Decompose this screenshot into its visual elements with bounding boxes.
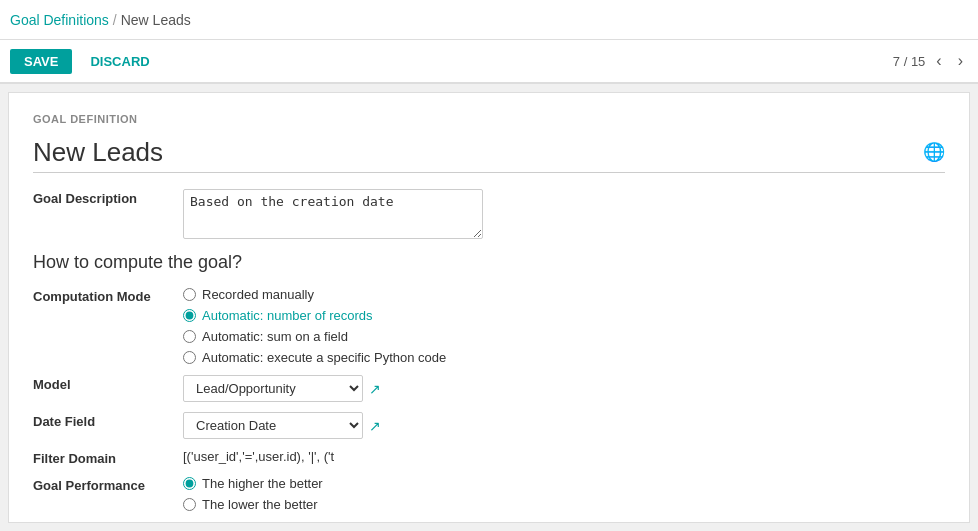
goal-title-input[interactable] (33, 137, 945, 168)
radio-auto-count-label: Automatic: number of records (202, 308, 373, 323)
date-field-row: Date Field Creation Date ↗ (33, 412, 945, 439)
radio-option-manual[interactable]: Recorded manually (183, 287, 945, 302)
radio-lower[interactable] (183, 498, 196, 511)
radio-option-auto-python[interactable]: Automatic: execute a specific Python cod… (183, 350, 945, 365)
title-row: 🌐 (33, 137, 945, 173)
goal-description-row: Goal Description (33, 189, 945, 242)
radio-option-lower[interactable]: The lower the better (183, 497, 945, 512)
nav-counter: 7 / 15 (893, 54, 926, 69)
goal-description-textarea[interactable] (183, 189, 483, 239)
model-select[interactable]: Lead/Opportunity (183, 375, 363, 402)
breadcrumb-parent[interactable]: Goal Definitions (10, 12, 109, 28)
globe-icon: 🌐 (923, 141, 945, 163)
model-label: Model (33, 375, 163, 392)
radio-option-higher[interactable]: The higher the better (183, 476, 945, 491)
computation-mode-row: Computation Mode Recorded manually Autom… (33, 287, 945, 365)
computation-mode-options: Recorded manually Automatic: number of r… (183, 287, 945, 365)
radio-auto-python[interactable] (183, 351, 196, 364)
date-field-label: Date Field (33, 412, 163, 429)
goal-performance-label: Goal Performance (33, 476, 163, 493)
top-bar: Goal Definitions / New Leads (0, 0, 978, 40)
section-label: Goal Definition (33, 113, 945, 125)
goal-description-value (183, 189, 945, 242)
main-content: Goal Definition 🌐 Goal Description How t… (8, 92, 970, 523)
date-field-select-row: Creation Date ↗ (183, 412, 945, 439)
radio-option-auto-count[interactable]: Automatic: number of records (183, 308, 945, 323)
radio-lower-label: The lower the better (202, 497, 318, 512)
breadcrumb-current: New Leads (121, 12, 191, 28)
radio-group-performance: The higher the better The lower the bett… (183, 476, 945, 512)
radio-higher-label: The higher the better (202, 476, 323, 491)
radio-auto-count[interactable] (183, 309, 196, 322)
goal-performance-row: Goal Performance The higher the better T… (33, 476, 945, 512)
breadcrumb-separator: / (113, 12, 117, 28)
goal-description-label: Goal Description (33, 189, 163, 206)
nav-controls: 7 / 15 ‹ › (893, 50, 968, 72)
filter-domain-value: [('user_id','=',user.id), '|', ('t (183, 449, 945, 464)
radio-manual-label: Recorded manually (202, 287, 314, 302)
radio-auto-sum[interactable] (183, 330, 196, 343)
filter-domain-row: Filter Domain [('user_id','=',user.id), … (33, 449, 945, 466)
next-button[interactable]: › (953, 50, 968, 72)
model-select-row: Lead/Opportunity ↗ (183, 375, 945, 402)
radio-option-auto-sum[interactable]: Automatic: sum on a field (183, 329, 945, 344)
radio-group-computation: Recorded manually Automatic: number of r… (183, 287, 945, 365)
radio-auto-python-label: Automatic: execute a specific Python cod… (202, 350, 446, 365)
radio-higher[interactable] (183, 477, 196, 490)
model-external-link-icon[interactable]: ↗ (369, 381, 381, 397)
save-button[interactable]: SAVE (10, 49, 72, 74)
compute-heading: How to compute the goal? (33, 252, 945, 273)
date-field-select[interactable]: Creation Date (183, 412, 363, 439)
action-bar: SAVE DISCARD 7 / 15 ‹ › (0, 40, 978, 84)
filter-domain-label: Filter Domain (33, 449, 163, 466)
radio-manual[interactable] (183, 288, 196, 301)
computation-mode-label: Computation Mode (33, 287, 163, 304)
radio-auto-sum-label: Automatic: sum on a field (202, 329, 348, 344)
date-field-external-link-icon[interactable]: ↗ (369, 418, 381, 434)
filter-domain-text: [('user_id','=',user.id), '|', ('t (183, 447, 334, 464)
prev-button[interactable]: ‹ (931, 50, 946, 72)
breadcrumb: Goal Definitions / New Leads (10, 12, 968, 28)
discard-button[interactable]: DISCARD (80, 49, 159, 74)
goal-performance-options: The higher the better The lower the bett… (183, 476, 945, 512)
model-row: Model Lead/Opportunity ↗ (33, 375, 945, 402)
